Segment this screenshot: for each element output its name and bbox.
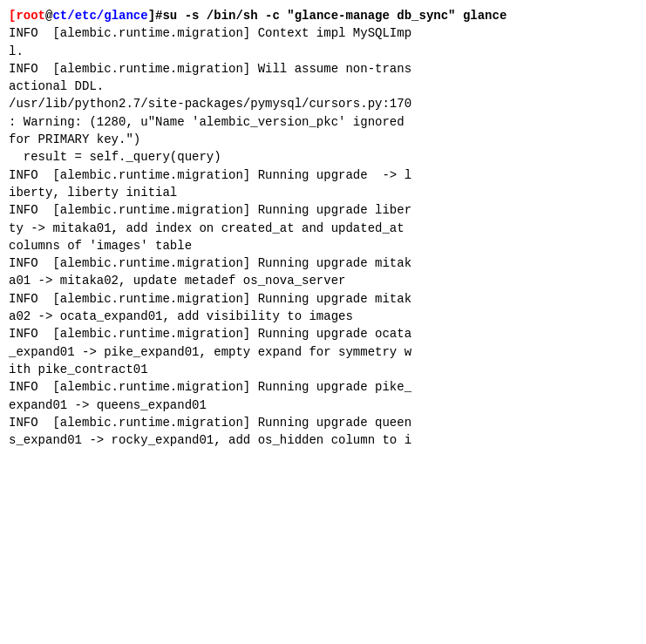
output-line-9b: _expand01 -> pike_expand01, empty expand… [9,343,637,361]
prompt-path: ct/etc/glance [52,9,147,23]
prompt-root: [root [9,9,45,23]
output-line-8: INFO [alembic.runtime.migration] Running… [9,290,637,308]
output-line-10b: expand01 -> queens_expand01 [9,397,637,414]
output-line-1b: l. [9,43,637,60]
output-line-2: INFO [alembic.runtime.migration] Will as… [9,60,637,78]
output-line-8b: a02 -> ocata_expand01, add visibility to… [9,308,637,325]
output-line-9: INFO [alembic.runtime.migration] Running… [9,325,637,342]
output-line-3b: : Warning: (1280, u"Name 'alembic_versio… [9,113,637,131]
output-line-1: INFO [alembic.runtime.migration] Context… [9,24,637,42]
output-line-9c: ith pike_contract01 [9,361,637,378]
output-line-6c: columns of 'images' table [9,237,637,254]
output-line-11b: s_expand01 -> rocky_expand01, add os_hid… [9,431,637,449]
output-line-3c: for PRIMARY key.") [9,131,637,148]
prompt-hash: ]# [148,9,163,23]
output-line-3: /usr/lib/python2.7/site-packages/pymysql… [9,95,637,112]
output-line-5: INFO [alembic.runtime.migration] Running… [9,166,637,184]
output-line-7: INFO [alembic.runtime.migration] Running… [9,254,637,272]
prompt-command: su -s /bin/sh -c "glance-manage db_sync"… [162,9,507,23]
terminal-window: [root@ct/etc/glance]#su -s /bin/sh -c "g… [0,0,646,644]
output-line-6b: ty -> mitaka01, add index on created_at … [9,220,637,237]
output-line-5b: iberty, liberty initial [9,184,637,201]
output-line-11: INFO [alembic.runtime.migration] Running… [9,414,637,431]
prompt-line: [root@ct/etc/glance]#su -s /bin/sh -c "g… [9,7,637,24]
output-line-7b: a01 -> mitaka02, update metadef os_nova_… [9,272,637,289]
output-line-6: INFO [alembic.runtime.migration] Running… [9,201,637,219]
output-line-10: INFO [alembic.runtime.migration] Running… [9,378,637,396]
output-line-2b: actional DDL. [9,78,637,95]
output-line-4: result = self._query(query) [9,148,637,166]
